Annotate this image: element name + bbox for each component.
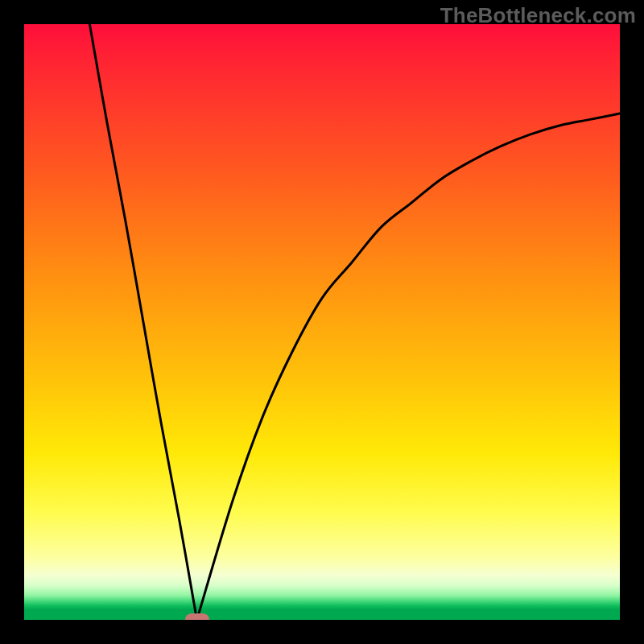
chart-frame: TheBottleneck.com xyxy=(0,0,644,644)
curve-right-branch xyxy=(197,114,620,620)
curve-left-branch xyxy=(89,24,196,620)
watermark-text: TheBottleneck.com xyxy=(440,3,636,28)
plot-area xyxy=(24,24,620,620)
curve-layer xyxy=(24,24,620,620)
optimal-marker xyxy=(185,613,209,620)
